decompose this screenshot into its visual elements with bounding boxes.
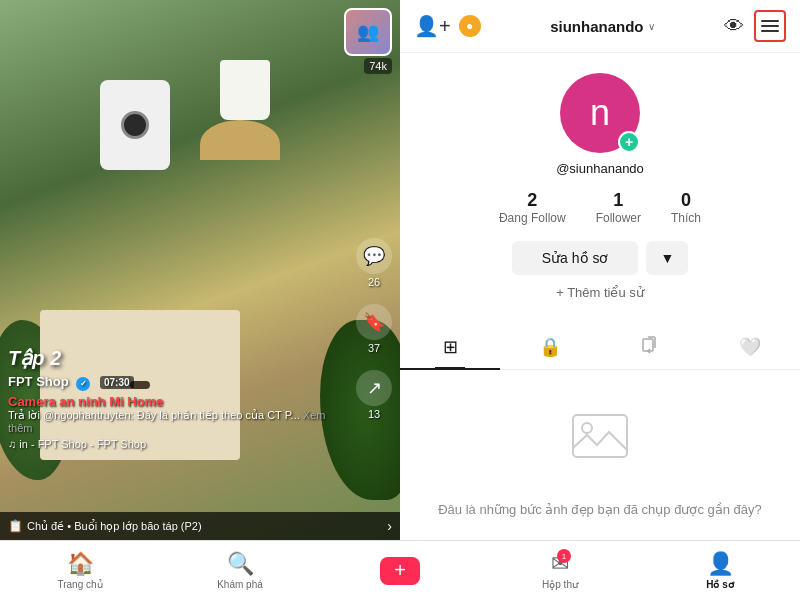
share-action[interactable]: ↗ 13 [356,370,392,420]
episode-label: Tập 2 [8,346,350,370]
videos-grid-icon: ⊞ [443,336,458,358]
header-username: siunhanando [550,18,643,35]
following-label: Đang Follow [499,211,566,225]
share-count: 13 [368,408,380,420]
menu-button[interactable] [754,10,786,42]
stats-row: 2 Đang Follow 1 Follower 0 Thích [499,190,701,225]
topic-arrow: › [387,518,392,534]
time-code: 07:30 [100,376,134,389]
dropdown-chevron-icon: ∨ [648,21,655,32]
topic-text: Chủ đề • Buổi họp lớp bão táp (P2) [27,520,383,533]
nav-inbox[interactable]: ✉ 1 Hộp thư [480,547,640,594]
profile-panel: 👤+ ● siunhanando ∨ 👁 n + [400,0,800,540]
menu-line-1 [761,20,779,22]
bookmark-icon[interactable]: 🔖 [356,304,392,340]
repost-icon [640,334,660,359]
profile-thumbnail[interactable]: 👥 [344,8,392,56]
comment-action[interactable]: 💬 26 [356,238,392,288]
likes-stat[interactable]: 0 Thích [671,190,701,225]
tab-liked[interactable]: 🤍 [700,324,800,369]
liked-icon: 🤍 [739,336,761,358]
nav-inbox-label: Hộp thư [542,579,578,590]
video-info: Tập 2 FPT Shop ✓ 07:30 Camera an ninh Mi… [8,346,350,450]
empty-state-text: Đâu là những bức ảnh đẹp bạn đã chụp đượ… [438,500,762,520]
channel-name: FPT Shop ✓ 07:30 [8,374,350,391]
header-left: 👤+ ● [414,14,481,38]
menu-line-2 [761,25,779,27]
likes-label: Thích [671,211,701,225]
follower-count: 1 [613,190,623,211]
tab-videos[interactable]: ⊞ [400,324,500,369]
add-profile-pic-icon[interactable]: + [618,131,640,153]
profile-header: 👤+ ● siunhanando ∨ 👁 [400,0,800,53]
bookmark-action[interactable]: 🔖 37 [356,304,392,354]
verified-badge: ✓ [76,377,90,391]
avatar-container: n + [560,73,640,153]
username-dropdown[interactable]: siunhanando ∨ [550,18,654,35]
music-info: ♫ in - FPT Shop - FPT Shop [8,438,350,450]
nav-explore-label: Khám phá [217,579,263,590]
add-friend-icon[interactable]: 👤+ [414,14,451,38]
side-actions: 💬 26 🔖 37 ↗ 13 [356,238,392,420]
nav-home[interactable]: 🏠 Trang chủ [0,547,160,594]
svg-point-2 [582,423,592,433]
following-count: 2 [527,190,537,211]
username-at: @siunhanando [556,161,644,176]
edit-profile-button[interactable]: Sửa hồ sơ [512,241,639,275]
header-right: 👁 [724,10,786,42]
empty-photos-icon [565,400,635,484]
menu-line-3 [761,30,779,32]
nav-profile[interactable]: 👤 Hồ sơ [640,547,800,594]
profile-body: n + @siunhanando 2 Đang Follow 1 Followe… [400,53,800,324]
video-description: Camera an ninh Mi Home Trả lời @ngophant… [8,394,350,434]
home-icon: 🏠 [67,551,94,577]
topic-icon: 📋 [8,519,23,533]
nav-home-label: Trang chủ [57,579,102,590]
profile-actions: Sửa hồ sơ ▼ [414,241,786,275]
profile-tabs: ⊞ 🔒 🤍 [400,324,800,370]
eye-icon[interactable]: 👁 [724,15,744,38]
video-panel: 👥 74k 💬 26 🔖 37 ↗ 13 Tập 2 [0,0,400,540]
follower-label: Follower [596,211,641,225]
plus-icon: + [394,559,406,582]
profile-icon: 👤 [707,551,734,577]
following-stat[interactable]: 2 Đang Follow [499,190,566,225]
bookmark-count: 37 [368,342,380,354]
video-overlay: 👥 74k 💬 26 🔖 37 ↗ 13 Tập 2 [0,0,400,540]
add-bio-button[interactable]: + Thêm tiểu sử [556,285,644,300]
comment-count: 26 [368,276,380,288]
follower-stat[interactable]: 1 Follower [596,190,641,225]
comment-icon[interactable]: 💬 [356,238,392,274]
bottom-nav: 🏠 Trang chủ 🔍 Khám phá + ✉ 1 Hộp thư 👤 H… [0,540,800,600]
explore-icon: 🔍 [227,551,254,577]
view-count: 74k [364,58,392,74]
nav-explore[interactable]: 🔍 Khám phá [160,547,320,594]
topic-bar[interactable]: 📋 Chủ đề • Buổi họp lớp bão táp (P2) › [0,512,400,540]
nav-create[interactable]: + [320,553,480,589]
create-button[interactable]: + [380,557,420,585]
svg-rect-1 [573,415,627,457]
profile-dropdown-button[interactable]: ▼ [646,241,688,275]
nav-profile-label: Hồ sơ [706,579,734,590]
tab-private[interactable]: 🔒 [500,324,600,369]
empty-state: Đâu là những bức ảnh đẹp bạn đã chụp đượ… [400,370,800,540]
share-icon[interactable]: ↗ [356,370,392,406]
inbox-badge: 1 [557,549,571,563]
tab-reposts[interactable] [600,324,700,369]
likes-count: 0 [681,190,691,211]
lock-icon: 🔒 [539,336,561,358]
svg-rect-0 [643,339,653,351]
coin-icon[interactable]: ● [459,15,481,37]
